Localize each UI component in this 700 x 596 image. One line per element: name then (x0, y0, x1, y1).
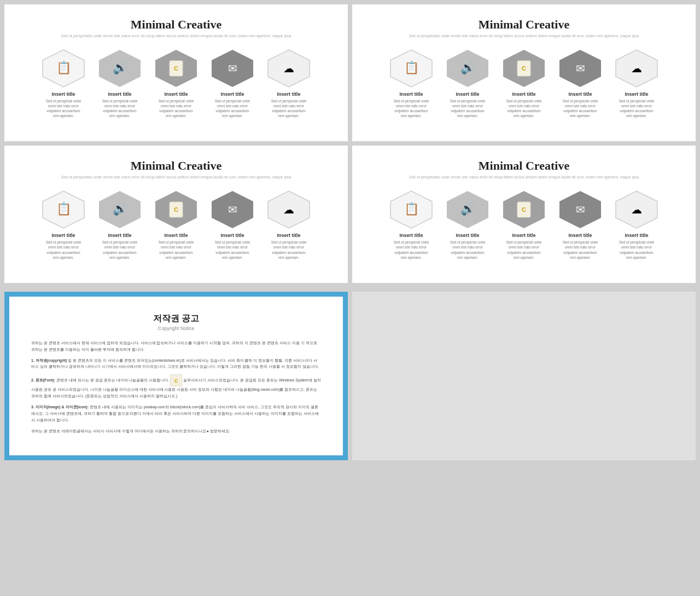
hex-2-text: Sed ut perspiciat undeomni iste natu err… (102, 99, 138, 118)
hex-3-text: Sed ut perspiciat undeomni iste natu err… (159, 99, 194, 118)
s4-hex-1-title: Insert title (399, 233, 423, 238)
slide-2: Minimal Creative Sed ut perspiciatis und… (352, 4, 696, 141)
s3-hex-4-title: Insert title (220, 233, 244, 238)
hex-4-text: Sed ut perspiciat undeomni iste natu err… (215, 99, 250, 118)
hex-1-text: Sed ut perspiciat undeomni iste natu err… (46, 99, 81, 118)
slide-3-hex-row: 📋 Insert title Sed ut perspiciat undeomn… (20, 190, 332, 259)
slide-4-title: Minimal Creative (368, 159, 680, 173)
s4-hex-5-title: Insert title (625, 233, 648, 238)
s3-hex-2-title: Insert title (108, 233, 131, 238)
svg-text:☁: ☁ (283, 204, 294, 216)
slide-2-title: Minimal Creative (368, 18, 680, 32)
s2-hex-3-title: Insert title (512, 91, 535, 97)
copyright-slide: 저작권 공고 Copyright Notice 귀하는 본 콘텐츠 서비스에서 … (8, 295, 345, 457)
hex-wrap-3: C (154, 49, 198, 88)
s2-hex-1-title: Insert title (399, 91, 423, 97)
slide2-hex-item-1: 📋 Insert title Sed ut perspiciat undeomn… (386, 49, 438, 118)
hex-item-1: 📋 Insert title Sed ut perspiciat undeomn… (38, 49, 90, 118)
copyright-subtitle: Copyright Notice (31, 326, 321, 331)
svg-text:🔊: 🔊 (460, 60, 476, 75)
s2-hex-2-title: Insert title (456, 91, 479, 97)
s3-hex-5-title: Insert title (277, 233, 300, 238)
bottom-row: 저작권 공고 Copyright Notice 귀하는 본 콘텐츠 서비스에서 … (0, 292, 700, 465)
hex-1-title: Insert title (51, 91, 75, 97)
copyright-p2: 1. 저작권(copyright) 및 본 콘텐츠의 모든 이 서비스를 콘텐츠… (31, 357, 321, 371)
hex-5-title: Insert title (277, 91, 300, 97)
copyright-wrapper: 저작권 공고 Copyright Notice 귀하는 본 콘텐츠 서비스에서 … (4, 292, 348, 460)
s2-hex-5-title: Insert title (625, 91, 648, 97)
slide-3-subtitle: Sed ut perspiciatis unde omnis iste natu… (20, 175, 332, 179)
svg-text:✉: ✉ (576, 62, 585, 74)
main-grid: Minimal Creative Sed ut perspiciatis und… (0, 0, 700, 292)
svg-text:C: C (522, 65, 526, 72)
svg-text:🔊: 🔊 (113, 60, 128, 75)
slide-2-hex-row: 📋 Insert title Sed ut perspiciat undeomn… (368, 49, 680, 118)
slide-1: Minimal Creative Sed ut perspiciatis und… (4, 4, 348, 141)
hex-4-title: Insert title (220, 91, 244, 97)
hex-3-title: Insert title (164, 91, 188, 97)
svg-text:📋: 📋 (56, 60, 72, 75)
copyright-p3: 2. 폰트(Font): 콘텐츠 내에 되시는 본 공급 폰트는 내이버 나눔글… (31, 374, 321, 400)
svg-text:C: C (522, 206, 526, 213)
svg-text:✉: ✉ (228, 204, 237, 216)
hex-wrap-5: ☁ (267, 49, 311, 88)
hex-5-text: Sed ut perspiciat undeomni iste natu err… (271, 99, 307, 118)
slide-4-subtitle: Sed ut perspiciatis unde omnis iste natu… (368, 175, 680, 179)
s4-hex-2-title: Insert title (456, 233, 479, 238)
slide-4: Minimal Creative Sed ut perspiciatis und… (352, 146, 696, 282)
slide-4-hex-row: 📋 Insert title Sed ut perspiciat undeomn… (368, 190, 680, 259)
svg-text:📋: 📋 (56, 201, 72, 216)
hex-item-2: 🔊 Insert title Sed ut perspiciat undeomn… (94, 49, 146, 118)
copyright-p1: 귀하는 본 콘텐츠 서비스에서 현재 서비스에 접하게 되셨습니다. 서비스에 … (31, 340, 321, 353)
slide-1-hex-row: 📋 Insert title Sed ut perspiciat undeomn… (20, 49, 332, 118)
slide-3-title: Minimal Creative (20, 159, 332, 173)
svg-text:✉: ✉ (576, 204, 585, 216)
s2-hex-4-title: Insert title (568, 91, 592, 97)
svg-text:📋: 📋 (404, 60, 419, 75)
copyright-p4: 3. 이미지(Image) & 아이콘(Icon): 콘텐츠 내에 사용되는 이… (31, 404, 321, 424)
slide-2-subtitle: Sed ut perspiciatis unde omnis iste natu… (368, 34, 680, 38)
s4-hex-3-title: Insert title (512, 233, 535, 238)
svg-text:C: C (174, 206, 178, 213)
svg-text:☁: ☁ (283, 62, 294, 74)
svg-text:☁: ☁ (631, 204, 642, 216)
svg-text:🔊: 🔊 (460, 201, 476, 216)
hex-item-5: ☁ Insert title Sed ut perspiciat undeomn… (263, 49, 315, 118)
copyright-p5: 귀하는 본 콘텐츠 아래아한글에서는 서비사 서비사에 이렇게 어디에서든 사용… (31, 428, 321, 435)
svg-text:📋: 📋 (404, 201, 419, 216)
hex-wrap-4: ✉ (211, 49, 254, 88)
hex-item-3: C Insert title Sed ut perspiciat undeomn… (150, 49, 202, 118)
hex-wrap-1: 📋 (42, 49, 85, 88)
s3-hex-3-title: Insert title (164, 233, 188, 238)
svg-text:☁: ☁ (631, 62, 642, 74)
empty-panel (352, 292, 696, 460)
copyright-title: 저작권 공고 (31, 313, 321, 325)
svg-text:🔊: 🔊 (113, 201, 128, 216)
copyright-body: 귀하는 본 콘텐츠 서비스에서 현재 서비스에 접하게 되셨습니다. 서비스에 … (31, 340, 321, 435)
s4-hex-4-title: Insert title (568, 233, 592, 238)
svg-text:C: C (174, 65, 178, 72)
hex-2-title: Insert title (108, 91, 131, 97)
slide-3: Minimal Creative Sed ut perspiciatis und… (4, 146, 348, 282)
slide-1-title: Minimal Creative (20, 18, 332, 32)
hex-item-4: ✉ Insert title Sed ut perspiciat undeomn… (207, 49, 259, 118)
s3-hex-1-title: Insert title (51, 233, 75, 238)
hex-wrap-2: 🔊 (98, 49, 142, 88)
slide-1-subtitle: Sed ut perspiciatis unde omnis iste natu… (20, 34, 332, 38)
svg-text:✉: ✉ (228, 62, 237, 74)
